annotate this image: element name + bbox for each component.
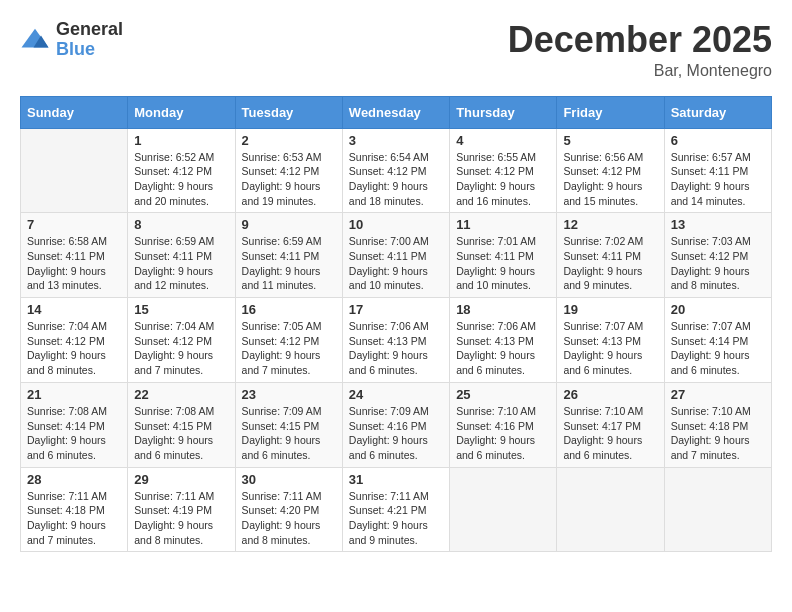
calendar-cell: 15Sunrise: 7:04 AM Sunset: 4:12 PM Dayli… bbox=[128, 298, 235, 383]
day-info: Sunrise: 7:04 AM Sunset: 4:12 PM Dayligh… bbox=[27, 319, 121, 378]
day-number: 28 bbox=[27, 472, 121, 487]
day-info: Sunrise: 7:08 AM Sunset: 4:14 PM Dayligh… bbox=[27, 404, 121, 463]
calendar-cell: 28Sunrise: 7:11 AM Sunset: 4:18 PM Dayli… bbox=[21, 467, 128, 552]
day-number: 23 bbox=[242, 387, 336, 402]
calendar-cell bbox=[557, 467, 664, 552]
day-info: Sunrise: 7:07 AM Sunset: 4:14 PM Dayligh… bbox=[671, 319, 765, 378]
calendar-cell bbox=[450, 467, 557, 552]
day-number: 12 bbox=[563, 217, 657, 232]
calendar-cell: 6Sunrise: 6:57 AM Sunset: 4:11 PM Daylig… bbox=[664, 128, 771, 213]
calendar-cell: 31Sunrise: 7:11 AM Sunset: 4:21 PM Dayli… bbox=[342, 467, 449, 552]
day-info: Sunrise: 7:09 AM Sunset: 4:16 PM Dayligh… bbox=[349, 404, 443, 463]
day-info: Sunrise: 7:11 AM Sunset: 4:19 PM Dayligh… bbox=[134, 489, 228, 548]
weekday-header-saturday: Saturday bbox=[664, 96, 771, 128]
calendar-cell: 7Sunrise: 6:58 AM Sunset: 4:11 PM Daylig… bbox=[21, 213, 128, 298]
calendar-table: SundayMondayTuesdayWednesdayThursdayFrid… bbox=[20, 96, 772, 553]
day-info: Sunrise: 6:57 AM Sunset: 4:11 PM Dayligh… bbox=[671, 150, 765, 209]
day-info: Sunrise: 7:11 AM Sunset: 4:18 PM Dayligh… bbox=[27, 489, 121, 548]
day-info: Sunrise: 7:11 AM Sunset: 4:20 PM Dayligh… bbox=[242, 489, 336, 548]
day-info: Sunrise: 7:11 AM Sunset: 4:21 PM Dayligh… bbox=[349, 489, 443, 548]
calendar-cell: 21Sunrise: 7:08 AM Sunset: 4:14 PM Dayli… bbox=[21, 382, 128, 467]
day-number: 4 bbox=[456, 133, 550, 148]
day-number: 30 bbox=[242, 472, 336, 487]
day-number: 24 bbox=[349, 387, 443, 402]
location-title: Bar, Montenegro bbox=[508, 62, 772, 80]
day-number: 25 bbox=[456, 387, 550, 402]
day-number: 31 bbox=[349, 472, 443, 487]
day-number: 20 bbox=[671, 302, 765, 317]
day-info: Sunrise: 7:02 AM Sunset: 4:11 PM Dayligh… bbox=[563, 234, 657, 293]
calendar-cell: 5Sunrise: 6:56 AM Sunset: 4:12 PM Daylig… bbox=[557, 128, 664, 213]
day-number: 2 bbox=[242, 133, 336, 148]
day-info: Sunrise: 6:52 AM Sunset: 4:12 PM Dayligh… bbox=[134, 150, 228, 209]
calendar-cell: 11Sunrise: 7:01 AM Sunset: 4:11 PM Dayli… bbox=[450, 213, 557, 298]
calendar-cell: 26Sunrise: 7:10 AM Sunset: 4:17 PM Dayli… bbox=[557, 382, 664, 467]
calendar-cell: 30Sunrise: 7:11 AM Sunset: 4:20 PM Dayli… bbox=[235, 467, 342, 552]
day-info: Sunrise: 7:08 AM Sunset: 4:15 PM Dayligh… bbox=[134, 404, 228, 463]
calendar-cell: 27Sunrise: 7:10 AM Sunset: 4:18 PM Dayli… bbox=[664, 382, 771, 467]
weekday-header-friday: Friday bbox=[557, 96, 664, 128]
day-info: Sunrise: 7:10 AM Sunset: 4:18 PM Dayligh… bbox=[671, 404, 765, 463]
day-number: 6 bbox=[671, 133, 765, 148]
logo-icon bbox=[20, 25, 50, 55]
day-number: 18 bbox=[456, 302, 550, 317]
day-info: Sunrise: 7:00 AM Sunset: 4:11 PM Dayligh… bbox=[349, 234, 443, 293]
logo: General Blue bbox=[20, 20, 123, 60]
calendar-cell: 18Sunrise: 7:06 AM Sunset: 4:13 PM Dayli… bbox=[450, 298, 557, 383]
day-number: 19 bbox=[563, 302, 657, 317]
calendar-cell: 12Sunrise: 7:02 AM Sunset: 4:11 PM Dayli… bbox=[557, 213, 664, 298]
calendar-cell: 24Sunrise: 7:09 AM Sunset: 4:16 PM Dayli… bbox=[342, 382, 449, 467]
day-info: Sunrise: 6:58 AM Sunset: 4:11 PM Dayligh… bbox=[27, 234, 121, 293]
calendar-cell: 3Sunrise: 6:54 AM Sunset: 4:12 PM Daylig… bbox=[342, 128, 449, 213]
day-info: Sunrise: 7:10 AM Sunset: 4:17 PM Dayligh… bbox=[563, 404, 657, 463]
day-number: 8 bbox=[134, 217, 228, 232]
day-info: Sunrise: 7:04 AM Sunset: 4:12 PM Dayligh… bbox=[134, 319, 228, 378]
day-number: 17 bbox=[349, 302, 443, 317]
day-info: Sunrise: 7:10 AM Sunset: 4:16 PM Dayligh… bbox=[456, 404, 550, 463]
weekday-header-thursday: Thursday bbox=[450, 96, 557, 128]
day-info: Sunrise: 7:06 AM Sunset: 4:13 PM Dayligh… bbox=[349, 319, 443, 378]
weekday-header-row: SundayMondayTuesdayWednesdayThursdayFrid… bbox=[21, 96, 772, 128]
calendar-cell: 14Sunrise: 7:04 AM Sunset: 4:12 PM Dayli… bbox=[21, 298, 128, 383]
calendar-cell: 4Sunrise: 6:55 AM Sunset: 4:12 PM Daylig… bbox=[450, 128, 557, 213]
day-info: Sunrise: 7:05 AM Sunset: 4:12 PM Dayligh… bbox=[242, 319, 336, 378]
day-number: 21 bbox=[27, 387, 121, 402]
calendar-cell: 8Sunrise: 6:59 AM Sunset: 4:11 PM Daylig… bbox=[128, 213, 235, 298]
day-info: Sunrise: 7:01 AM Sunset: 4:11 PM Dayligh… bbox=[456, 234, 550, 293]
day-number: 5 bbox=[563, 133, 657, 148]
calendar-cell: 9Sunrise: 6:59 AM Sunset: 4:11 PM Daylig… bbox=[235, 213, 342, 298]
calendar-cell: 29Sunrise: 7:11 AM Sunset: 4:19 PM Dayli… bbox=[128, 467, 235, 552]
day-info: Sunrise: 7:09 AM Sunset: 4:15 PM Dayligh… bbox=[242, 404, 336, 463]
day-number: 22 bbox=[134, 387, 228, 402]
calendar-cell: 10Sunrise: 7:00 AM Sunset: 4:11 PM Dayli… bbox=[342, 213, 449, 298]
day-number: 16 bbox=[242, 302, 336, 317]
page-header: General Blue December 2025 Bar, Monteneg… bbox=[20, 20, 772, 80]
logo-general: General bbox=[56, 20, 123, 40]
day-number: 1 bbox=[134, 133, 228, 148]
day-number: 29 bbox=[134, 472, 228, 487]
calendar-cell: 22Sunrise: 7:08 AM Sunset: 4:15 PM Dayli… bbox=[128, 382, 235, 467]
week-row-1: 1Sunrise: 6:52 AM Sunset: 4:12 PM Daylig… bbox=[21, 128, 772, 213]
day-number: 26 bbox=[563, 387, 657, 402]
weekday-header-monday: Monday bbox=[128, 96, 235, 128]
calendar-cell: 16Sunrise: 7:05 AM Sunset: 4:12 PM Dayli… bbox=[235, 298, 342, 383]
day-info: Sunrise: 6:59 AM Sunset: 4:11 PM Dayligh… bbox=[134, 234, 228, 293]
title-area: December 2025 Bar, Montenegro bbox=[508, 20, 772, 80]
day-number: 7 bbox=[27, 217, 121, 232]
day-number: 10 bbox=[349, 217, 443, 232]
calendar-cell: 25Sunrise: 7:10 AM Sunset: 4:16 PM Dayli… bbox=[450, 382, 557, 467]
day-number: 14 bbox=[27, 302, 121, 317]
day-info: Sunrise: 6:55 AM Sunset: 4:12 PM Dayligh… bbox=[456, 150, 550, 209]
day-info: Sunrise: 6:59 AM Sunset: 4:11 PM Dayligh… bbox=[242, 234, 336, 293]
calendar-cell bbox=[664, 467, 771, 552]
weekday-header-wednesday: Wednesday bbox=[342, 96, 449, 128]
weekday-header-sunday: Sunday bbox=[21, 96, 128, 128]
day-number: 11 bbox=[456, 217, 550, 232]
day-info: Sunrise: 7:06 AM Sunset: 4:13 PM Dayligh… bbox=[456, 319, 550, 378]
week-row-4: 21Sunrise: 7:08 AM Sunset: 4:14 PM Dayli… bbox=[21, 382, 772, 467]
day-info: Sunrise: 7:03 AM Sunset: 4:12 PM Dayligh… bbox=[671, 234, 765, 293]
logo-blue: Blue bbox=[56, 40, 123, 60]
day-info: Sunrise: 7:07 AM Sunset: 4:13 PM Dayligh… bbox=[563, 319, 657, 378]
calendar-cell: 19Sunrise: 7:07 AM Sunset: 4:13 PM Dayli… bbox=[557, 298, 664, 383]
week-row-5: 28Sunrise: 7:11 AM Sunset: 4:18 PM Dayli… bbox=[21, 467, 772, 552]
